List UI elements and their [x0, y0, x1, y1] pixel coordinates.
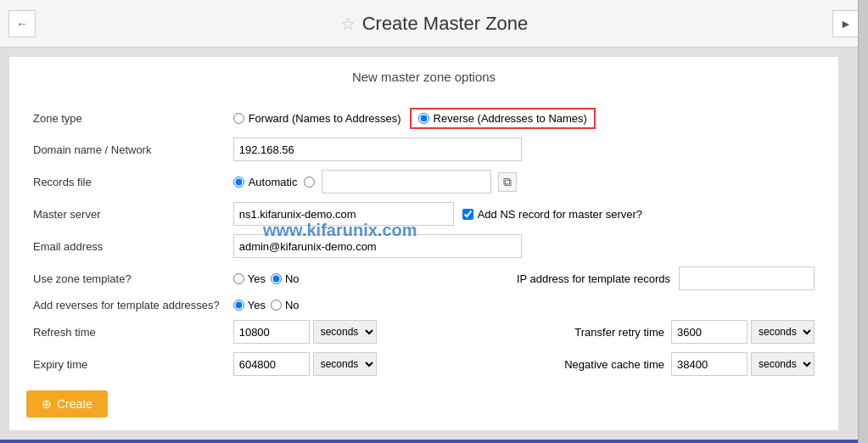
refresh-time-input[interactable]: [233, 320, 310, 344]
zone-type-row: Zone type Forward (Names to Addresses) R…: [26, 104, 821, 133]
scrollbar[interactable]: [858, 0, 868, 443]
records-manual-option[interactable]: [304, 177, 315, 188]
negative-cache-label: Negative cache time: [564, 358, 664, 371]
create-button-label: Create: [57, 397, 92, 411]
section-title: New master zone options: [26, 70, 821, 91]
timing-cell-1: seconds minutes hours days Transfer retr…: [227, 316, 821, 348]
zone-type-reverse-label: Reverse (Addresses to Names): [434, 112, 587, 125]
zone-template-label: Use zone template?: [26, 262, 227, 294]
zone-type-reverse-radio[interactable]: [418, 113, 429, 124]
top-bar: ← ☆ Create Master Zone ►: [0, 0, 868, 48]
records-manual-radio[interactable]: [304, 177, 315, 188]
add-reverses-cell: Yes No: [227, 294, 821, 316]
negative-cache-field: seconds minutes hours days: [671, 352, 815, 376]
title-area: ☆ Create Master Zone: [340, 13, 529, 35]
back-button[interactable]: ←: [8, 10, 36, 37]
template-yes-label: Yes: [248, 272, 266, 285]
template-no-label: No: [285, 272, 300, 285]
records-file-label: Records file: [26, 165, 227, 198]
template-yes-radio[interactable]: [233, 273, 244, 284]
forward-button[interactable]: ►: [832, 10, 860, 37]
negative-cache-input[interactable]: [671, 352, 748, 376]
email-cell: [227, 230, 821, 262]
add-reverses-options: Yes No: [233, 299, 815, 311]
add-reverses-label: Add reverses for template addresses?: [26, 294, 227, 316]
zone-type-forward-label: Forward (Names to Addresses): [249, 112, 401, 125]
add-ns-option[interactable]: Add NS record for master server?: [462, 208, 642, 221]
records-file-row: Records file Automatic ⧉: [26, 165, 821, 198]
records-automatic-label: Automatic: [249, 176, 298, 188]
domain-cell: [227, 133, 821, 165]
transfer-retry-unit[interactable]: seconds minutes hours days: [751, 320, 815, 344]
bottom-bar: ← Return to zone list: [0, 440, 858, 443]
ip-address-input[interactable]: [679, 266, 815, 290]
domain-label: Domain name / Network: [26, 133, 227, 165]
page-wrapper: ← ☆ Create Master Zone ► New master zone…: [0, 0, 868, 443]
copy-icon[interactable]: ⧉: [498, 172, 517, 192]
zone-type-options: Forward (Names to Addresses) Reverse (Ad…: [227, 104, 821, 133]
refresh-time-field: seconds minutes hours days: [233, 320, 377, 344]
reverses-yes-option[interactable]: Yes: [233, 299, 266, 311]
transfer-retry-field: seconds minutes hours days: [671, 320, 815, 344]
refresh-time-label: Refresh time: [26, 316, 227, 348]
expiry-time-unit[interactable]: seconds minutes hours days: [313, 352, 377, 376]
domain-row: Domain name / Network: [26, 133, 821, 165]
star-icon[interactable]: ☆: [340, 14, 356, 34]
add-ns-label: Add NS record for master server?: [478, 208, 642, 221]
records-automatic-option[interactable]: Automatic: [233, 176, 298, 188]
zone-type-reverse-option[interactable]: Reverse (Addresses to Names): [410, 108, 596, 129]
expiry-time-label: Expiry time: [26, 348, 227, 380]
expiry-time-input[interactable]: [233, 352, 310, 376]
page-title: Create Master Zone: [362, 13, 529, 35]
zone-type-forward-option[interactable]: Forward (Names to Addresses): [233, 112, 401, 125]
negative-cache-unit[interactable]: seconds minutes hours days: [751, 352, 815, 376]
template-no-option[interactable]: No: [271, 272, 300, 285]
back-arrow-icon: ←: [16, 17, 28, 31]
email-input[interactable]: [233, 234, 522, 258]
records-file-cell: Automatic ⧉: [227, 165, 821, 198]
zone-template-row: Use zone template? Yes No: [26, 262, 821, 294]
timing-cell-2: seconds minutes hours days Negative cach…: [227, 348, 821, 380]
ip-address-label: IP address for template records: [517, 272, 670, 285]
template-no-radio[interactable]: [271, 273, 282, 284]
email-label: Email address: [26, 230, 227, 262]
forward-arrow-icon: ►: [840, 17, 852, 31]
reverses-no-option[interactable]: No: [271, 299, 300, 311]
timing-row-2: Expiry time seconds minutes hours days: [26, 348, 821, 380]
refresh-time-unit[interactable]: seconds minutes hours days: [313, 320, 377, 344]
records-automatic-radio[interactable]: [233, 177, 244, 188]
transfer-retry-input[interactable]: [671, 320, 748, 344]
master-server-input[interactable]: [233, 202, 454, 226]
master-server-label: Master server: [26, 198, 227, 230]
create-button[interactable]: ⊕ Create: [26, 390, 108, 418]
add-ns-checkbox[interactable]: [462, 209, 473, 220]
reverses-no-radio[interactable]: [271, 300, 282, 311]
template-yes-option[interactable]: Yes: [233, 272, 266, 285]
reverses-no-label: No: [285, 299, 300, 311]
expiry-time-field: seconds minutes hours days: [233, 352, 377, 376]
add-reverses-row: Add reverses for template addresses? Yes…: [26, 294, 821, 316]
transfer-retry-label: Transfer retry time: [574, 326, 664, 339]
master-server-row: Master server Add NS record for master s…: [26, 198, 821, 230]
reverses-yes-radio[interactable]: [233, 300, 244, 311]
zone-template-options: Yes No: [233, 272, 300, 285]
zone-type-forward-radio[interactable]: [233, 113, 244, 124]
zone-template-cell: Yes No IP address for template records: [227, 262, 821, 294]
content-area: New master zone options www.kifarunix.co…: [0, 56, 858, 443]
create-plus-icon: ⊕: [42, 397, 52, 411]
form-table: Zone type Forward (Names to Addresses) R…: [26, 104, 821, 380]
domain-input[interactable]: [233, 137, 522, 161]
reverses-yes-label: Yes: [248, 299, 266, 311]
timing-row-1: Refresh time seconds minutes hours days: [26, 316, 821, 348]
main-content: New master zone options www.kifarunix.co…: [8, 56, 839, 431]
master-server-cell: Add NS record for master server?: [227, 198, 821, 230]
email-row: Email address: [26, 230, 821, 262]
zone-type-label: Zone type: [26, 104, 227, 133]
records-file-input[interactable]: [322, 170, 491, 193]
